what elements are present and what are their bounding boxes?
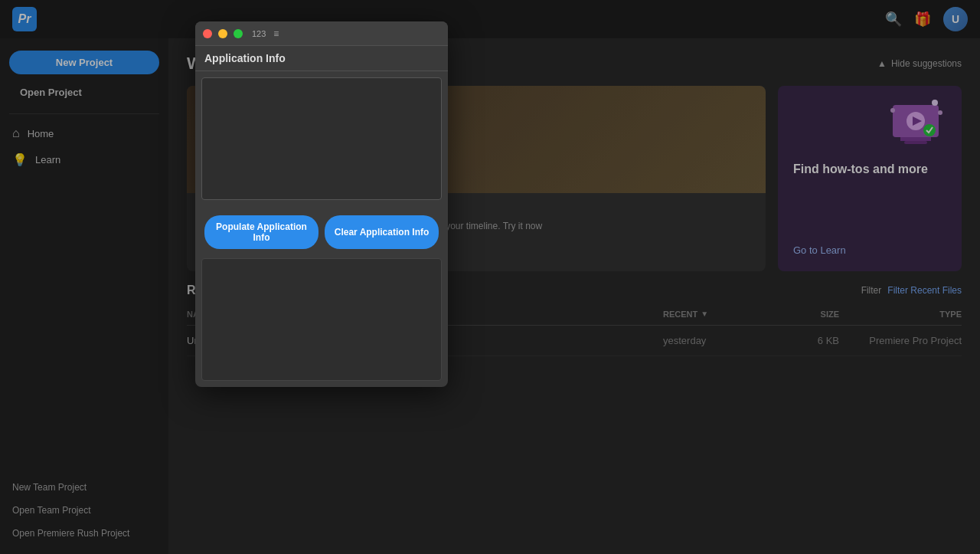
modal-overlay[interactable]: [0, 0, 980, 554]
dialog-lower-area: [201, 258, 442, 381]
close-window-button[interactable]: [203, 29, 212, 38]
application-info-textarea[interactable]: [201, 77, 442, 200]
maximize-window-button[interactable]: [234, 29, 243, 38]
clear-application-info-button[interactable]: Clear Application Info: [325, 215, 439, 249]
application-info-dialog: 123 ≡ Application Info Populate Applicat…: [195, 21, 448, 387]
dialog-titlebar: 123 ≡: [195, 21, 448, 46]
dialog-title: Application Info: [195, 46, 448, 71]
dialog-content: [195, 71, 448, 209]
dialog-actions: Populate Application Info Clear Applicat…: [195, 209, 448, 258]
dialog-counter: 123: [252, 29, 266, 38]
populate-application-info-button[interactable]: Populate Application Info: [204, 215, 318, 249]
minimize-window-button[interactable]: [218, 29, 227, 38]
dialog-menu-icon: ≡: [273, 28, 279, 39]
